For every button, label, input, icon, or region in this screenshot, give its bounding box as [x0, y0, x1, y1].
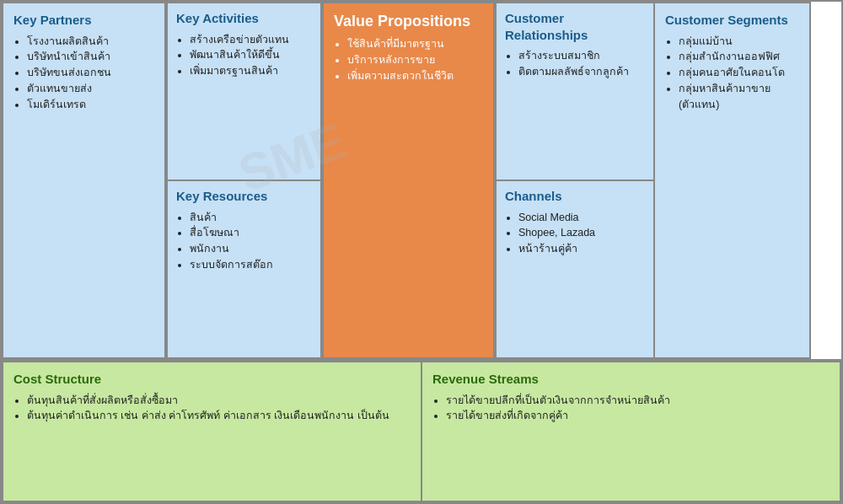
key-partners-list: โรงงานผลิตสินค้า บริษัทนำเข้าสินค้า บริษ…: [13, 34, 154, 113]
customer-segments-cell: Customer Segments กลุ่มแม่บ้าน กลุ่มสำนั…: [655, 2, 811, 359]
list-item: โรงงานผลิตสินค้า: [27, 34, 154, 50]
list-item: กลุ่มสำนักงานออฟฟิศ: [679, 49, 799, 65]
customer-segments-list: กลุ่มแม่บ้าน กลุ่มสำนักงานออฟฟิศ กลุ่มคน…: [665, 34, 799, 113]
revenue-streams-cell: Revenue Streams รายได้ขายปลีกที่เป็นตัวเ…: [422, 361, 841, 502]
list-item: ใช้สินค้าที่มีมาตรฐาน: [347, 36, 483, 52]
customer-relationships-title: Customer Relationships: [505, 10, 645, 43]
list-item: กลุ่มแม่บ้าน: [679, 34, 799, 50]
list-item: ตัวแทนขายส่ง: [27, 81, 154, 97]
cost-structure-cell: Cost Structure ต้นทุนสินค้าที่สั่งผลิตหร…: [2, 361, 422, 502]
cost-structure-list: ต้นทุนสินค้าที่สั่งผลิตหรือสั่งซื้อมา ต้…: [13, 393, 411, 425]
list-item: รายได้ขายปลีกที่เป็นตัวเงินจากการจำหน่าย…: [446, 393, 830, 409]
list-item: ต้นทุนค่าดำเนินการ เช่น ค่าส่ง ค่าโทรศัพ…: [27, 408, 411, 424]
list-item: สื่อโฆษณา: [190, 225, 312, 241]
value-propositions-list: ใช้สินค้าที่มีมาตรฐาน บริการหลังการขาย เ…: [334, 36, 483, 83]
customer-segments-title: Customer Segments: [665, 12, 799, 29]
channels-title: Channels: [505, 188, 645, 205]
list-item: กลุ่มหาสินค้ามาขาย (ตัวแทน): [679, 81, 799, 113]
key-partners-title: Key Partners: [13, 12, 154, 29]
key-partners-cell: Key Partners โรงงานผลิตสินค้า บริษัทนำเข…: [2, 2, 166, 359]
list-item: ระบบจัดการสต๊อก: [190, 257, 312, 273]
list-item: ต้นทุนสินค้าที่สั่งผลิตหรือสั่งซื้อมา: [27, 393, 411, 409]
key-activities-title: Key Activities: [176, 10, 312, 27]
list-item: หน้าร้านคู่ค้า: [518, 241, 645, 257]
cost-structure-title: Cost Structure: [13, 371, 411, 388]
channels-cell: Channels Social Media Shopee, Lazada หน้…: [495, 181, 655, 359]
list-item: รายได้ขายส่งที่เกิดจากคู่ค้า: [446, 408, 830, 424]
revenue-streams-title: Revenue Streams: [432, 371, 830, 388]
list-item: เพิ่มความสะดวกในชีวิต: [347, 68, 483, 84]
bottom-section: Cost Structure ต้นทุนสินค้าที่สั่งผลิตหร…: [2, 361, 841, 502]
business-model-canvas: SME Key Partners โรงงานผลิตสินค้า บริษัท…: [0, 0, 843, 504]
list-item: บริษัทขนส่งเอกชน: [27, 65, 154, 81]
list-item: Shopee, Lazada: [518, 225, 645, 241]
key-resources-title: Key Resources: [176, 188, 312, 205]
list-item: สร้างระบบสมาชิก: [518, 48, 645, 64]
key-resources-list: สินค้า สื่อโฆษณา พนักงาน ระบบจัดการสต๊อก: [176, 210, 312, 273]
channels-list: Social Media Shopee, Lazada หน้าร้านคู่ค…: [505, 210, 645, 257]
value-propositions-title: Value Propositions: [334, 12, 483, 31]
list-item: Social Media: [518, 210, 645, 226]
key-resources-cell: Key Resources สินค้า สื่อโฆษณา พนักงาน ร…: [166, 181, 322, 359]
list-item: สร้างเครือข่ายตัวแทน: [190, 32, 312, 48]
list-item: กลุ่มคนอาศัยในคอนโด: [679, 65, 799, 81]
key-activities-resources-column: Key Activities สร้างเครือข่ายตัวแทน พัฒน…: [166, 2, 322, 359]
list-item: สินค้า: [190, 210, 312, 226]
list-item: ติดตามผลลัพธ์จากลูกค้า: [518, 64, 645, 80]
key-activities-cell: Key Activities สร้างเครือข่ายตัวแทน พัฒน…: [166, 2, 322, 181]
revenue-streams-list: รายได้ขายปลีกที่เป็นตัวเงินจากการจำหน่าย…: [432, 393, 830, 425]
list-item: โมเดิร์นเทรด: [27, 97, 154, 113]
list-item: บริษัทนำเข้าสินค้า: [27, 49, 154, 65]
list-item: พัฒนาสินค้าให้ดีขึ้น: [190, 47, 312, 63]
top-section: Key Partners โรงงานผลิตสินค้า บริษัทนำเข…: [2, 2, 841, 361]
list-item: เพิ่มมาตรฐานสินค้า: [190, 63, 312, 79]
list-item: บริการหลังการขาย: [347, 52, 483, 68]
customer-relationships-cell: Customer Relationships สร้างระบบสมาชิก ต…: [495, 2, 655, 181]
value-propositions-cell: Value Propositions ใช้สินค้าที่มีมาตรฐาน…: [322, 2, 495, 359]
key-activities-list: สร้างเครือข่ายตัวแทน พัฒนาสินค้าให้ดีขึ้…: [176, 32, 312, 79]
list-item: พนักงาน: [190, 241, 312, 257]
cr-channels-column: Customer Relationships สร้างระบบสมาชิก ต…: [495, 2, 655, 359]
customer-relationships-list: สร้างระบบสมาชิก ติดตามผลลัพธ์จากลูกค้า: [505, 48, 645, 80]
